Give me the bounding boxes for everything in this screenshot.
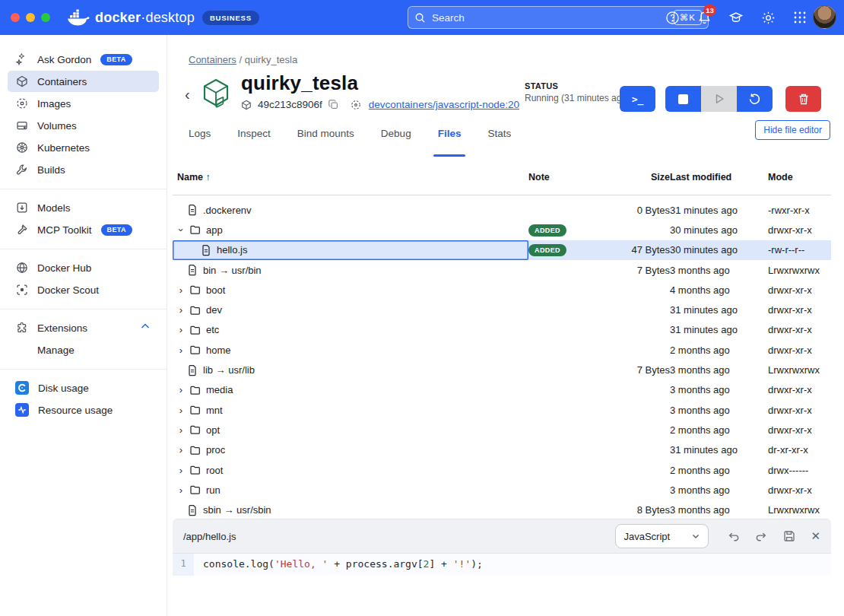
- chevron-collapsed-icon[interactable]: ›: [177, 345, 185, 356]
- file-name-cell[interactable]: ›etc: [173, 320, 528, 340]
- file-row-boot[interactable]: ›boot4 months agodrwxr-xr-x: [173, 280, 831, 300]
- chevron-expanded-icon[interactable]: ›: [176, 226, 187, 233]
- image-link[interactable]: devcontainers/javascript-node:20: [369, 99, 519, 110]
- open-terminal-button[interactable]: >_: [620, 86, 655, 112]
- chevron-collapsed-icon[interactable]: ›: [177, 384, 185, 395]
- file-row-etc[interactable]: ›etc31 minutes agodrwxr-xr-x: [173, 320, 831, 340]
- file-row-opt[interactable]: ›opt2 months agodrwxr-xr-x: [173, 420, 831, 440]
- help-icon[interactable]: [665, 10, 680, 25]
- file-name-cell[interactable]: ›mnt: [173, 400, 528, 420]
- restart-button[interactable]: [737, 86, 773, 112]
- chevron-collapsed-icon[interactable]: ›: [177, 284, 185, 296]
- tab-bind-mounts[interactable]: Bind mounts: [297, 125, 354, 152]
- file-row-app[interactable]: ›appADDED30 minutes agodrwxr-xr-x: [173, 220, 831, 240]
- sidebar-item-extensions[interactable]: Extensions: [8, 317, 159, 338]
- file-row-media[interactable]: ›media3 months agodrwxr-xr-x: [173, 380, 831, 400]
- stop-button[interactable]: [665, 86, 701, 112]
- file-name-cell[interactable]: ›app: [173, 220, 528, 240]
- learning-center-icon[interactable]: [728, 10, 744, 25]
- file-name-cell[interactable]: .dockerenv: [173, 200, 528, 220]
- hide-file-editor-button[interactable]: Hide file editor: [755, 120, 830, 140]
- sidebar-item-resource-usage[interactable]: Resource usage: [8, 399, 159, 421]
- delete-button[interactable]: [785, 86, 821, 112]
- column-header-note[interactable]: Note: [528, 172, 594, 183]
- sidebar-item-manage[interactable]: Manage: [8, 339, 159, 360]
- column-header-name[interactable]: Name ↑: [173, 172, 528, 183]
- chevron-collapsed-icon[interactable]: ›: [177, 324, 185, 335]
- sidebar-item-disk-usage[interactable]: Disk usage: [8, 377, 159, 398]
- file-row-root[interactable]: ›root2 months agodrwx------: [173, 460, 831, 480]
- undo-icon[interactable]: [726, 529, 740, 543]
- file-row-lib[interactable]: lib → usr/lib7 Bytes3 months agoLrwxrwxr…: [173, 360, 831, 379]
- breadcrumb-containers-link[interactable]: Containers: [189, 54, 236, 65]
- sidebar-item-images[interactable]: Images: [8, 93, 159, 114]
- file-row-mnt[interactable]: ›mnt3 months agodrwxr-xr-x: [173, 400, 831, 420]
- chevron-collapsed-icon[interactable]: ›: [177, 484, 185, 496]
- file-row-proc[interactable]: ›proc31 minutes agodr-xr-xr-x: [173, 440, 831, 460]
- sidebar-item-containers[interactable]: Containers: [8, 71, 159, 92]
- size-cell: 7 Bytes: [594, 364, 670, 376]
- chevron-collapsed-icon[interactable]: ›: [177, 444, 185, 456]
- sort-ascending-icon: ↑: [206, 172, 211, 183]
- settings-gear-icon[interactable]: [760, 10, 776, 25]
- sidebar-item-kubernetes[interactable]: Kubernetes: [8, 137, 159, 158]
- sidebar-item-models[interactable]: Models: [8, 197, 159, 218]
- back-chevron-button[interactable]: ‹: [185, 87, 190, 102]
- file-row-home[interactable]: ›home2 months agodrwxr-xr-x: [173, 340, 831, 360]
- sidebar-item-mcp-toolkit[interactable]: MCP ToolkitBETA: [8, 219, 159, 240]
- language-select[interactable]: JavaScript: [615, 524, 709, 548]
- close-editor-icon[interactable]: ✕: [811, 529, 820, 543]
- window-minimize-button[interactable]: [26, 13, 35, 22]
- chevron-collapsed-icon[interactable]: ›: [177, 424, 185, 436]
- tab-stats[interactable]: Stats: [487, 125, 511, 152]
- file-name-cell[interactable]: ›home: [173, 340, 528, 360]
- column-header-modified[interactable]: Last modified: [670, 172, 768, 183]
- sidebar-item-docker-scout[interactable]: Docker Scout: [8, 279, 159, 300]
- file-name-cell[interactable]: ›boot: [173, 280, 528, 300]
- column-header-size[interactable]: Size: [594, 172, 670, 183]
- file-row-dev[interactable]: ›dev31 minutes agodrwxr-xr-x: [173, 300, 831, 319]
- apps-grid-icon[interactable]: [792, 10, 808, 25]
- file-name-cell[interactable]: ›opt: [173, 420, 528, 440]
- file-row-hello.js[interactable]: hello.jsADDED47 Bytes30 minutes ago-rw-r…: [173, 240, 831, 260]
- sidebar-item-docker-hub[interactable]: Docker Hub: [8, 257, 159, 278]
- file-name-cell[interactable]: sbin → usr/sbin: [173, 500, 528, 519]
- code-segment-code: ] +: [429, 558, 452, 570]
- file-name-cell[interactable]: ›run: [173, 480, 528, 500]
- editor-body[interactable]: 1 console.log('Hello, ' + process.argv[2…: [173, 554, 831, 576]
- copy-id-icon[interactable]: [328, 100, 338, 110]
- sidebar-item-builds[interactable]: Builds: [8, 159, 159, 180]
- sidebar-item-ask-gordon[interactable]: Ask GordonBETA: [8, 49, 159, 70]
- sidebar-item-volumes[interactable]: Volumes: [8, 115, 159, 136]
- notifications-bell-icon[interactable]: 13: [696, 10, 712, 25]
- mode-cell: dr-xr-xr-x: [768, 444, 831, 456]
- file-row-dockerenv[interactable]: .dockerenv0 Bytes31 minutes ago-rwxr-xr-…: [173, 200, 831, 220]
- file-name-cell[interactable]: ›proc: [173, 440, 528, 460]
- chevron-collapsed-icon[interactable]: ›: [177, 465, 185, 476]
- search-input[interactable]: Search ⌘K: [408, 6, 709, 29]
- tab-files[interactable]: Files: [438, 125, 462, 152]
- file-name-cell[interactable]: ›dev: [173, 300, 528, 319]
- editor-code-line[interactable]: console.log('Hello, ' + process.argv[2] …: [194, 554, 831, 576]
- file-name-cell[interactable]: ›media: [173, 380, 528, 400]
- tab-logs[interactable]: Logs: [189, 125, 211, 152]
- tab-inspect[interactable]: Inspect: [237, 125, 271, 152]
- column-header-mode[interactable]: Mode: [768, 172, 831, 183]
- file-name-cell[interactable]: hello.js: [173, 240, 528, 260]
- tab-debug[interactable]: Debug: [381, 125, 411, 152]
- chevron-collapsed-icon[interactable]: ›: [177, 405, 185, 416]
- file-name-cell[interactable]: ›root: [173, 460, 528, 480]
- file-row-bin[interactable]: bin → usr/bin7 Bytes3 months agoLrwxrwxr…: [173, 260, 831, 280]
- restart-icon: [748, 93, 761, 106]
- save-icon[interactable]: [782, 529, 796, 543]
- chevron-collapsed-icon[interactable]: ›: [177, 304, 185, 316]
- window-zoom-button[interactable]: [41, 13, 50, 22]
- window-close-button[interactable]: [11, 13, 20, 22]
- file-row-run[interactable]: ›run3 months agodrwxr-xr-x: [173, 480, 831, 500]
- redo-icon[interactable]: [754, 529, 768, 543]
- user-avatar[interactable]: [813, 5, 836, 29]
- chevron-up-icon[interactable]: [139, 320, 151, 335]
- file-row-sbin[interactable]: sbin → usr/sbin8 Bytes3 months agoLrwxrw…: [173, 500, 831, 519]
- file-name-cell[interactable]: bin → usr/bin: [173, 260, 528, 280]
- file-name-cell[interactable]: lib → usr/lib: [173, 360, 528, 379]
